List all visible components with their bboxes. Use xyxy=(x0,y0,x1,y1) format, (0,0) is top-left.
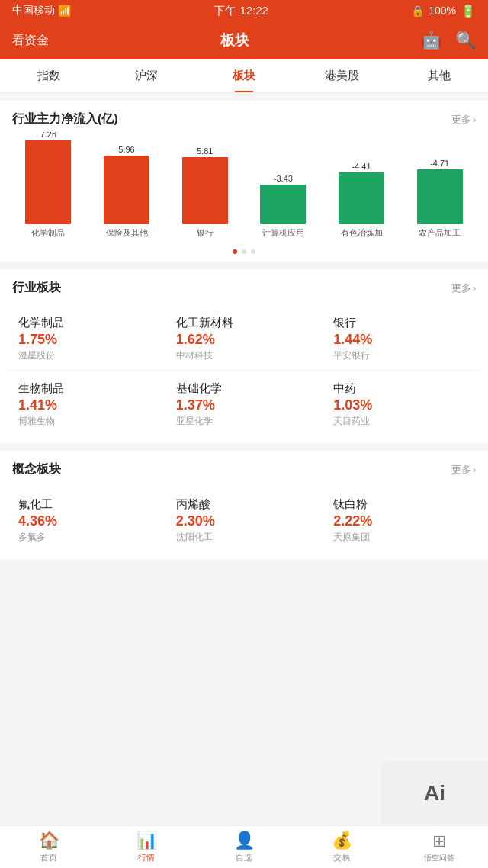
bar-rect xyxy=(417,169,463,224)
bar-label: 计算机应用 xyxy=(262,227,304,239)
bar-value: -4.41 xyxy=(352,162,371,171)
concept-title: 概念板块 xyxy=(12,461,61,477)
grid-item-stock: 澄星股份 xyxy=(18,349,158,362)
tab-bankuai[interactable]: 板块 xyxy=(195,59,293,92)
bar-label: 保险及其他 xyxy=(106,227,148,239)
industry-grid-item[interactable]: 银行 1.44% 平安银行 xyxy=(323,305,480,370)
grid-item-stock: 天目药业 xyxy=(333,415,473,428)
concept-section-header: 概念板块 更多 › xyxy=(0,451,488,482)
grid-item-stock: 博雅生物 xyxy=(18,415,158,428)
chart-section: 行业主力净流入(亿) 更多 › 7.26化学制品5.96保险及其他5.81银行-… xyxy=(0,101,488,262)
bar-rect xyxy=(104,156,149,224)
bar-rect xyxy=(182,157,228,224)
tab-gangmei[interactable]: 港美股 xyxy=(293,59,390,92)
concept-more-button[interactable]: 更多 › xyxy=(451,463,476,477)
grid-item-pct: 4.36% xyxy=(18,513,158,529)
grid-item-stock: 沈阳化工 xyxy=(176,531,316,544)
industry-section-header: 行业板块 更多 › xyxy=(0,269,488,301)
search-icon[interactable]: 🔍 xyxy=(455,31,476,50)
battery-text: 100% xyxy=(429,5,456,17)
header-left-label[interactable]: 看资金 xyxy=(12,33,49,49)
bar-label: 化学制品 xyxy=(31,227,65,239)
concept-grid: 氟化工 4.36% 多氟多 丙烯酸 2.30% 沈阳化工 钛白粉 2.22% 天… xyxy=(0,482,488,559)
grid-item-name: 生物制品 xyxy=(18,381,158,396)
grid-item-pct: 1.37% xyxy=(176,397,316,413)
chevron-right-icon: › xyxy=(473,114,476,125)
grid-item-name: 中药 xyxy=(333,381,473,396)
grid-item-pct: 1.75% xyxy=(18,332,158,348)
tab-hushen[interactable]: 沪深 xyxy=(98,59,195,92)
carrier-text: 中国移动 xyxy=(12,4,55,18)
industry-grid-item[interactable]: 中药 1.03% 天目药业 xyxy=(323,371,480,436)
bar-value: -3.43 xyxy=(274,174,293,183)
chart-section-header: 行业主力净流入(亿) 更多 › xyxy=(0,101,488,132)
concept-grid-item[interactable]: 丙烯酸 2.30% 沈阳化工 xyxy=(165,487,323,551)
status-time: 下午 12:22 xyxy=(214,4,268,18)
grid-item-name: 基础化学 xyxy=(176,381,316,396)
grid-item-name: 氟化工 xyxy=(18,497,158,512)
bar-chart: 7.26化学制品5.96保险及其他5.81银行-3.43计算机应用-4.41有色… xyxy=(12,140,476,239)
dot-1 xyxy=(233,249,237,254)
industry-grid-item[interactable]: 化学制品 1.75% 澄星股份 xyxy=(8,305,165,370)
bar-rect xyxy=(25,140,71,224)
industry-more-button[interactable]: 更多 › xyxy=(451,281,476,295)
industry-title: 行业板块 xyxy=(12,280,61,296)
grid-item-name: 钛白粉 xyxy=(333,497,473,512)
tab-index[interactable]: 指数 xyxy=(0,59,98,92)
industry-grid-item[interactable]: 生物制品 1.41% 博雅生物 xyxy=(8,371,165,436)
grid-item-name: 丙烯酸 xyxy=(176,497,316,512)
app-header: 看资金 板块 🤖 🔍 xyxy=(0,21,488,59)
bar-column: -3.43计算机应用 xyxy=(247,174,319,239)
wifi-icon: 📶 xyxy=(58,5,71,17)
bar-label: 银行 xyxy=(197,227,214,239)
grid-item-pct: 1.44% xyxy=(333,332,473,348)
concept-grid-item[interactable]: 钛白粉 2.22% 天原集团 xyxy=(323,487,480,551)
concept-section: 概念板块 更多 › 氟化工 4.36% 多氟多 丙烯酸 2.30% 沈阳化工 钛… xyxy=(0,451,488,559)
industry-grid-item[interactable]: 基础化学 1.37% 亚星化学 xyxy=(165,371,323,436)
battery-icon: 🔋 xyxy=(461,4,476,18)
chevron-right-icon2: › xyxy=(473,282,476,294)
grid-item-stock: 中材科技 xyxy=(176,349,316,362)
grid-item-stock: 亚星化学 xyxy=(176,415,316,428)
tab-other[interactable]: 其他 xyxy=(390,59,488,92)
bar-column: -4.41有色冶炼加 xyxy=(326,162,398,239)
bar-label: 有色冶炼加 xyxy=(341,227,383,239)
grid-item-pct: 1.41% xyxy=(18,397,158,413)
grid-item-pct: 1.03% xyxy=(333,397,473,413)
bar-column: 7.26化学制品 xyxy=(12,132,85,239)
chart-title: 行业主力净流入(亿) xyxy=(12,111,118,127)
bar-column: 5.81银行 xyxy=(169,146,241,239)
industry-grid-item[interactable]: 化工新材料 1.62% 中材科技 xyxy=(165,305,323,370)
industry-grid: 化学制品 1.75% 澄星股份 化工新材料 1.62% 中材科技 银行 1.44… xyxy=(0,301,488,443)
bar-column: 5.96保险及其他 xyxy=(91,145,163,239)
person-icon[interactable]: 🤖 xyxy=(421,31,441,50)
grid-item-name: 银行 xyxy=(333,316,473,330)
chevron-right-icon3: › xyxy=(473,464,476,475)
dot-3 xyxy=(251,249,255,254)
concept-grid-item[interactable]: 氟化工 4.36% 多氟多 xyxy=(8,487,165,551)
page-title: 板块 xyxy=(220,31,249,50)
industry-section: 行业板块 更多 › 化学制品 1.75% 澄星股份 化工新材料 1.62% 中材… xyxy=(0,269,488,443)
grid-item-pct: 2.22% xyxy=(333,513,473,529)
bar-chart-area: 7.26化学制品5.96保险及其他5.81银行-3.43计算机应用-4.41有色… xyxy=(0,132,488,245)
bar-rect xyxy=(260,185,306,224)
bar-value: 5.96 xyxy=(118,145,134,154)
bar-value: 7.26 xyxy=(40,132,56,139)
grid-item-name: 化学制品 xyxy=(18,316,158,330)
header-icons: 🤖 🔍 xyxy=(421,31,476,50)
chart-more-button[interactable]: 更多 › xyxy=(451,113,476,127)
status-right: 🔒 100% 🔋 xyxy=(411,4,476,18)
status-bar: 中国移动 📶 下午 12:22 🔒 100% 🔋 xyxy=(0,0,488,21)
bar-value: -4.71 xyxy=(430,159,449,168)
main-tabs: 指数 沪深 板块 港美股 其他 xyxy=(0,59,488,93)
lock-icon: 🔒 xyxy=(411,5,424,17)
grid-item-stock: 多氟多 xyxy=(18,531,158,544)
grid-item-stock: 平安银行 xyxy=(333,349,473,362)
grid-item-name: 化工新材料 xyxy=(176,316,316,330)
status-left: 中国移动 📶 xyxy=(12,4,71,18)
bar-rect xyxy=(339,172,384,224)
grid-item-pct: 2.30% xyxy=(176,513,316,529)
bar-label: 农产品加工 xyxy=(419,227,461,239)
bar-column: -4.71农产品加工 xyxy=(403,159,476,239)
pagination-dots xyxy=(0,245,488,262)
